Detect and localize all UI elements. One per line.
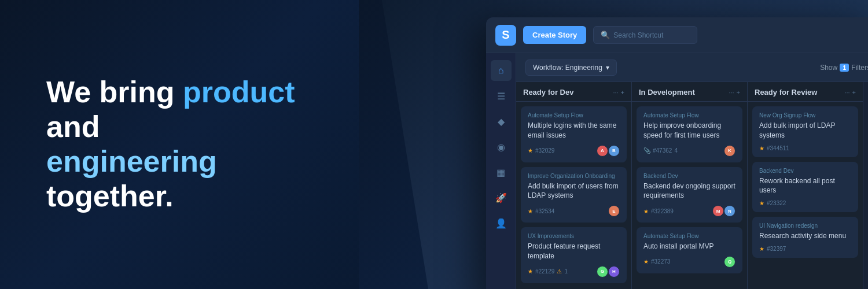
filter-count-badge: 1: [840, 64, 849, 72]
diagonal-divider: [359, 0, 428, 289]
avatar: H: [608, 266, 620, 277]
priority-icon: ★: [759, 145, 764, 151]
column-more-icon[interactable]: ···: [729, 89, 734, 96]
sidebar: ⌂ ☰ ◆ ◉ ▦ 🚀 👤: [486, 53, 516, 289]
card-32273[interactable]: Automate Setup Flow Auto install portal …: [637, 227, 742, 273]
column-cards-review: New Org Signup Flow Add bulk import of L…: [748, 102, 863, 262]
card-epic: UI Navigation redesign: [759, 223, 851, 229]
card-title: Product feature request template: [528, 242, 620, 261]
card-number: #22129: [535, 268, 554, 275]
avatar: M: [712, 205, 724, 217]
column-header-review: Ready for Review ··· +: [748, 82, 863, 102]
card-id: ★ #32273: [643, 258, 670, 265]
card-title: Multiple logins with the same email issu…: [528, 121, 620, 140]
column-title-review: Ready for Review: [755, 88, 817, 97]
card-number: #344511: [767, 145, 789, 151]
card-number: #23322: [767, 200, 786, 206]
create-story-button[interactable]: Create Story: [523, 26, 586, 44]
avatar: Q: [724, 256, 735, 268]
card-47362[interactable]: Automate Setup Flow Help improve onboard…: [637, 106, 742, 162]
workflow-label: Workflow: Engineering: [533, 64, 602, 72]
card-epic: Backend Dev: [643, 173, 735, 179]
avatar: K: [724, 145, 735, 157]
app-body: ⌂ ☰ ◆ ◉ ▦ 🚀 👤 Workflow: Engineering ▾ Sh…: [486, 53, 868, 289]
card-footer: ★ #322389 M N: [643, 205, 735, 217]
sidebar-item-docs[interactable]: ☰: [491, 86, 512, 106]
search-placeholder: Search Shortcut: [613, 31, 663, 39]
column-cards-dev: Automate Setup Flow Help improve onboard…: [632, 102, 747, 278]
column-ready-for-dev: Ready for Dev ··· + Automate Setup Flow …: [516, 82, 632, 289]
workflow-button[interactable]: Workflow: Engineering ▾: [525, 60, 617, 76]
column-actions-ready: ··· +: [613, 89, 624, 96]
card-number: #32534: [535, 208, 554, 214]
avatar: A: [597, 145, 608, 157]
avatar: E: [608, 205, 620, 217]
card-epic: Automate Setup Flow: [643, 233, 735, 239]
priority-icon: ★: [759, 200, 764, 206]
card-epic: Automate Setup Flow: [643, 112, 735, 118]
card-avatars: M N: [712, 205, 735, 217]
column-actions-dev: ··· +: [729, 89, 740, 96]
accent-product: product: [183, 75, 295, 109]
priority-icon: ★: [643, 258, 649, 265]
column-cards-ready: Automate Setup Flow Multiple logins with…: [516, 102, 631, 288]
priority-icon: ★: [528, 208, 533, 214]
filters-label: Filters: [851, 64, 868, 72]
column-header-ready: Ready for Dev ··· +: [516, 82, 631, 102]
card-title: Research activity side menu: [759, 231, 851, 241]
card-344511[interactable]: New Org Signup Flow Add bulk import of L…: [752, 106, 858, 157]
card-avatars: K: [724, 145, 735, 157]
sidebar-item-map[interactable]: ◉: [491, 136, 512, 157]
priority-icon: ★: [528, 147, 533, 154]
column-more-icon[interactable]: ···: [844, 89, 849, 96]
column-ready-for-review: Ready for Review ··· + New Org Signup Fl…: [748, 82, 863, 289]
attachment-icon: 📎: [643, 147, 650, 154]
sidebar-item-team[interactable]: 👤: [491, 213, 512, 234]
app-logo: S: [495, 25, 516, 46]
card-id: 📎 #47362 4: [643, 147, 678, 154]
card-23322[interactable]: Backend Dev Rework backend all post user…: [752, 162, 858, 213]
sidebar-item-home[interactable]: ⌂: [491, 60, 512, 81]
card-count: 4: [674, 147, 678, 154]
column-add-icon[interactable]: +: [737, 89, 740, 96]
card-32534[interactable]: Improve Organization Onboarding Add bulk…: [521, 167, 627, 223]
card-count: 1: [564, 268, 568, 275]
card-footer: ★ #23322: [759, 200, 851, 206]
card-title: Add bulk import of users from LDAP syste…: [528, 181, 620, 201]
app-topbar: S Create Story 🔍 Search Shortcut: [486, 17, 868, 53]
card-alert-icon: ⚠: [557, 268, 562, 275]
column-actions-review: ··· +: [844, 89, 856, 96]
show-filters-button[interactable]: Show 1 Filters: [820, 64, 868, 72]
card-number: #32273: [651, 258, 670, 265]
sidebar-item-rocket[interactable]: 🚀: [491, 187, 512, 208]
column-title-dev: In Development: [639, 88, 695, 97]
column-add-icon[interactable]: +: [852, 89, 856, 96]
search-box[interactable]: 🔍 Search Shortcut: [593, 26, 697, 44]
card-title: Help improve onboarding speed for first …: [643, 121, 735, 140]
column-header-dev: In Development ··· +: [632, 82, 747, 102]
card-avatars: E: [608, 205, 620, 217]
card-32029[interactable]: Automate Setup Flow Multiple logins with…: [521, 106, 627, 162]
card-footer: ★ #32534 E: [528, 205, 620, 217]
card-footer: ★ #32029 A B: [528, 145, 620, 157]
sidebar-item-stories[interactable]: ◆: [491, 111, 512, 132]
card-id: ★ #32534: [528, 208, 554, 214]
sidebar-item-reports[interactable]: ▦: [491, 162, 512, 183]
app-section: S Create Story 🔍 Search Shortcut ⌂ ☰ ◆ ◉…: [359, 0, 868, 289]
card-id: ★ #32029: [528, 147, 554, 154]
card-22129[interactable]: UX Improvements Product feature request …: [521, 227, 627, 283]
app-window: S Create Story 🔍 Search Shortcut ⌂ ☰ ◆ ◉…: [486, 17, 868, 289]
hero-line1: We bring product and: [46, 75, 295, 143]
card-epic: New Org Signup Flow: [759, 112, 851, 118]
column-add-icon[interactable]: +: [621, 89, 624, 96]
card-footer: ★ #22129 ⚠ 1 G H: [528, 266, 620, 277]
hero-headline: We bring product and engineering togethe…: [46, 75, 324, 213]
card-32397[interactable]: UI Navigation redesign Research activity…: [752, 217, 858, 258]
search-icon: 🔍: [601, 31, 610, 39]
card-epic: Improve Organization Onboarding: [528, 173, 620, 179]
card-footer: ★ #344511: [759, 145, 851, 151]
card-number: #47362: [653, 147, 672, 154]
column-more-icon[interactable]: ···: [613, 89, 618, 96]
card-322389[interactable]: Backend Dev Backend dev ongoing support …: [637, 167, 742, 223]
hero-together: together.: [46, 179, 174, 213]
